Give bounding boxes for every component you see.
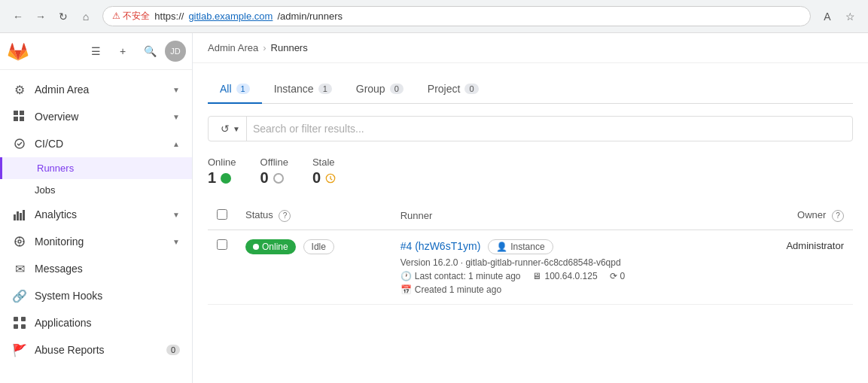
sidebar-item-admin-area-label: Admin Area: [35, 84, 165, 96]
tab-all[interactable]: All 1: [208, 75, 262, 104]
stat-stale-number: 0: [312, 169, 321, 187]
tab-group-count: 0: [390, 84, 404, 94]
search-button[interactable]: 🔍: [138, 39, 162, 63]
status-dot: [253, 244, 259, 250]
runners-table: Status ? Runner Owner ?: [208, 202, 853, 305]
svg-rect-7: [20, 213, 22, 220]
sidebar-sub-item-runners-label: Runners: [37, 163, 74, 174]
stat-offline-number: 0: [260, 169, 269, 187]
forward-button[interactable]: →: [32, 8, 50, 26]
runner-created-row: 📅 Created 1 minute ago: [400, 284, 734, 295]
sidebar-item-system-hooks[interactable]: 🔗 System Hooks: [0, 282, 192, 309]
sidebar-item-cicd[interactable]: CI/CD ▲: [0, 130, 192, 157]
ip-text: 100.64.0.125: [544, 271, 597, 281]
stat-stale-label: Stale: [312, 157, 336, 168]
sidebar-item-admin-area[interactable]: ⚙ Admin Area ▼: [0, 76, 192, 103]
breadcrumb-admin-area[interactable]: Admin Area: [208, 42, 258, 53]
svg-rect-3: [20, 117, 24, 121]
messages-icon: ✉: [12, 261, 27, 276]
address-bar[interactable]: ⚠ 不安全 https://gitlab.example.com/admin/r…: [102, 6, 811, 26]
tab-project-label: Project: [428, 83, 461, 95]
table-header-owner: Owner ?: [743, 202, 853, 230]
sidebar-item-monitoring-label: Monitoring: [35, 236, 165, 248]
svg-rect-13: [14, 324, 18, 329]
runner-tabs: All 1 Instance 1 Group 0 Project 0: [208, 75, 853, 104]
sidebar-item-analytics[interactable]: Analytics ▼: [0, 201, 192, 228]
content-area: Admin Area › Runners All 1 Instance 1 Gr…: [193, 33, 868, 383]
search-input[interactable]: [253, 117, 846, 141]
tab-project[interactable]: Project 0: [416, 75, 491, 104]
back-button[interactable]: ←: [9, 8, 27, 26]
online-indicator: [221, 173, 231, 184]
sidebar-item-applications-label: Applications: [35, 317, 180, 329]
svg-rect-12: [21, 317, 26, 321]
offline-indicator: [273, 173, 284, 184]
svg-rect-8: [23, 210, 25, 220]
owner-help-icon[interactable]: ?: [832, 210, 844, 222]
stat-online-number: 1: [208, 169, 216, 187]
row-checkbox[interactable]: [217, 239, 227, 250]
refresh-button[interactable]: ↻: [54, 8, 72, 26]
admin-area-icon: ⚙: [12, 82, 27, 97]
row-status-cell: Online Idle: [236, 230, 391, 305]
sidebar-sub-item-runners[interactable]: Runners: [0, 157, 192, 179]
sidebar-toggle-button[interactable]: ☰: [84, 39, 108, 63]
idle-tag-badge: Idle: [303, 239, 334, 254]
filter-history-button[interactable]: ↺ ▼: [215, 117, 247, 141]
runner-type-label: Instance: [510, 242, 544, 252]
runner-column-label: Runner: [400, 210, 433, 221]
sidebar-top-icons: ☰ + 🔍 JD: [84, 39, 186, 63]
app-layout: ☰ + 🔍 JD ⚙ Admin Area ▼ Overview ▼: [0, 33, 868, 383]
runner-version: Version 16.2.0 · gitlab-gitlab-runner-6c…: [400, 257, 621, 268]
runner-version-row: Version 16.2.0 · gitlab-gitlab-runner-6c…: [400, 257, 734, 268]
sidebar-sub-item-jobs[interactable]: Jobs: [0, 179, 192, 201]
overview-icon: [12, 109, 27, 124]
sidebar-item-messages[interactable]: ✉ Messages: [0, 255, 192, 282]
sidebar-item-overview[interactable]: Overview ▼: [0, 103, 192, 130]
runner-name-link[interactable]: #4 (hzW6sT1ym): [400, 240, 481, 252]
bookmark-button[interactable]: ☆: [841, 8, 859, 26]
home-button[interactable]: ⌂: [77, 8, 95, 26]
tab-all-count: 1: [236, 84, 250, 94]
extensions-button[interactable]: A: [818, 8, 836, 26]
stat-offline-value: 0: [260, 169, 288, 187]
jobs-item: ⟳ 0: [610, 271, 626, 281]
table-header-status: Status ?: [236, 202, 391, 230]
clock-icon: 🕐: [400, 271, 412, 281]
chevron-monitoring-icon: ▼: [172, 238, 180, 246]
tab-group[interactable]: Group 0: [344, 75, 416, 104]
avatar[interactable]: JD: [165, 41, 186, 62]
svg-rect-2: [20, 111, 24, 115]
filter-bar: ↺ ▼: [208, 116, 853, 141]
monitoring-icon: [12, 234, 27, 249]
status-help-icon[interactable]: ?: [279, 210, 291, 222]
svg-rect-5: [14, 214, 16, 220]
svg-rect-6: [17, 211, 19, 220]
svg-point-10: [18, 240, 21, 243]
ip-item: 🖥 100.64.0.125: [532, 271, 597, 281]
svg-rect-0: [14, 111, 18, 115]
sidebar-item-monitoring[interactable]: Monitoring ▼: [0, 228, 192, 255]
select-all-checkbox[interactable]: [217, 209, 227, 220]
abuse-reports-icon: 🚩: [12, 342, 27, 357]
sidebar-item-analytics-label: Analytics: [35, 208, 165, 220]
svg-rect-11: [14, 317, 18, 321]
runner-meta: Version 16.2.0 · gitlab-gitlab-runner-6c…: [400, 257, 734, 295]
tab-group-label: Group: [356, 83, 385, 95]
last-contact-item: 🕐 Last contact: 1 minute ago: [400, 271, 521, 281]
sidebar-item-cicd-label: CI/CD: [35, 138, 165, 150]
sidebar-navigation: ⚙ Admin Area ▼ Overview ▼ CI/CD ▲: [0, 70, 192, 369]
stat-offline-label: Offline: [260, 157, 288, 168]
new-item-button[interactable]: +: [111, 39, 135, 63]
tab-instance[interactable]: Instance 1: [262, 75, 344, 104]
row-checkbox-cell: [208, 230, 236, 305]
row-runner-cell: #4 (hzW6sT1ym) 👤 Instance Version 16.2.0…: [391, 230, 743, 305]
table-body: Online Idle #4 (hzW6sT1ym) 👤 Instance: [208, 230, 853, 305]
sidebar-item-abuse-reports[interactable]: 🚩 Abuse Reports 0: [0, 336, 192, 363]
browser-chrome: ← → ↻ ⌂ ⚠ 不安全 https://gitlab.example.com…: [0, 0, 868, 33]
chevron-right-icon: ▼: [172, 113, 180, 121]
created-text: Created 1 minute ago: [415, 284, 501, 295]
sidebar-item-applications[interactable]: Applications: [0, 309, 192, 336]
table-header: Status ? Runner Owner ?: [208, 202, 853, 230]
row-owner-cell: Administrator: [743, 230, 853, 305]
